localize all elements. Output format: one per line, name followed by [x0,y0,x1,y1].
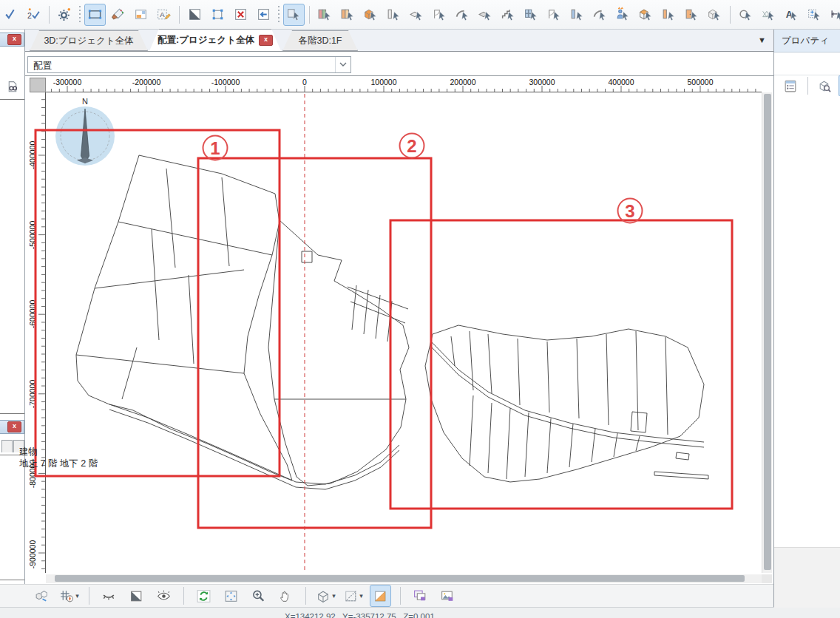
left-panel1-search-icon[interactable] [0,76,24,95]
select-text-icon[interactable]: A [781,4,802,26]
area-boundary-tool[interactable] [84,4,106,26]
clip-fill-button[interactable] [370,585,391,607]
fit-view-button[interactable] [220,585,242,607]
svg-text:400000: 400000 [608,78,634,86]
select-block-icon[interactable] [360,4,382,26]
tab-layout-project[interactable]: 配置:プロジェクト全体 x [149,29,281,51]
deselect-tool[interactable] [230,4,251,26]
select-slab-icon[interactable] [406,4,427,26]
select-person-icon[interactable] [612,4,634,26]
select-curtainwall-icon[interactable] [566,4,588,26]
display-invert-button[interactable] [126,585,147,607]
select-mesh-icon[interactable] [758,4,779,26]
show-button[interactable] [153,585,175,607]
horizontal-scrollbar[interactable] [46,574,762,583]
left-panel2-tab[interactable] [1,440,13,452]
chevron-down-icon[interactable] [335,57,350,72]
reselect-tool[interactable] [253,4,274,26]
apply-check-icon[interactable] [0,4,21,26]
select-solid-icon[interactable] [704,4,725,26]
view-selector-combobox[interactable]: 配置 [27,56,351,73]
svg-text:A: A [160,10,165,18]
toolbar-separator [49,6,50,24]
left-panel2-listbox[interactable] [0,455,25,580]
tab-close-button[interactable]: x [259,35,273,46]
display-mode-button[interactable] [31,585,52,607]
view-selector-value: 配置 [33,60,52,72]
document-search-icon[interactable] [2,76,24,98]
select-wall-icon[interactable] [383,4,404,26]
select-handles-tool[interactable] [207,4,228,26]
select-orange-door-icon[interactable] [681,4,702,26]
svg-text:-300000: -300000 [53,78,82,86]
select-point-icon[interactable] [804,4,825,26]
object-inspect-icon[interactable] [814,75,836,96]
redraw-button[interactable] [193,585,214,607]
toolbar-separator [183,587,184,605]
select-opening-icon[interactable] [543,4,565,26]
left-panel1-listbox[interactable] [0,99,25,414]
left-panel1-close-button[interactable]: x [7,34,21,45]
tab-floor3d-1f[interactable]: 各階3D:1F [282,30,358,51]
status-bar: X=134212.92 Y=-335712.75 Z=0.001 [0,607,840,618]
select-element-tool[interactable] [283,4,305,26]
select-grid-icon[interactable] [521,4,542,26]
clip-outline-button[interactable]: ▾ [342,585,364,607]
svg-text:0: 0 [302,78,307,86]
svg-text:-900000: -900000 [30,540,37,569]
hide-button[interactable] [98,585,120,607]
view-3d-button[interactable]: ▾ [315,585,336,607]
select-arc-wall-icon[interactable] [452,4,473,26]
select-roof-icon[interactable] [635,4,657,26]
tab-3d-project[interactable]: 3D:プロジェクト全体 [30,30,148,51]
select-floor-icon[interactable] [337,4,359,26]
left-panel1-titlebar: x [0,33,24,47]
svg-text:100000: 100000 [370,78,396,86]
tab-label: 配置:プロジェクト全体 [158,34,254,47]
svg-text:500000: 500000 [687,78,713,86]
horizontal-scrollbar-thumb[interactable] [55,575,745,582]
property-list-icon[interactable] [780,75,802,96]
toolbar-separator [79,6,81,24]
building-note-line1: 建物 [19,446,98,458]
view-tab-bar: 3D:プロジェクト全体 配置:プロジェクト全体 x 各階3D:1F ▼ [25,30,773,52]
grid-north-button[interactable]: ▾ [58,585,80,607]
vertical-scrollbar[interactable] [762,92,772,573]
select-region-tool[interactable] [184,4,206,26]
zoom-in-button[interactable] [248,585,269,607]
tab-label: 3D:プロジェクト全体 [44,35,133,47]
panel-divider [24,30,25,608]
bottom-toolbar: ▾▾▾ [0,584,773,607]
vertical-scrollbar-thumb[interactable] [764,94,771,570]
select-orange-wall-icon[interactable] [658,4,680,26]
ruler-corner-box [30,78,46,92]
drawing-area[interactable] [46,92,762,573]
left-panel2-close-button[interactable]: x [7,421,21,432]
select-room-icon[interactable] [314,4,336,26]
material-palette-tool[interactable] [130,4,152,26]
svg-text:2: 2 [27,11,32,20]
select-stair-icon[interactable] [498,4,519,26]
toolbar-separator [179,6,180,24]
paint-tool[interactable] [107,4,129,26]
text-edit-tool[interactable]: A [153,4,175,26]
select-ramp-icon[interactable] [475,4,496,26]
save-image-button[interactable] [437,585,458,607]
select-circle-icon[interactable] [735,4,756,26]
secondary-check-icon[interactable]: 2 [23,4,44,26]
save-view-button[interactable] [410,585,431,607]
tab-label: 各階3D:1F [298,35,342,47]
svg-text:200000: 200000 [450,78,475,86]
select-dimension-icon[interactable] [827,4,840,26]
select-curve-icon[interactable] [589,4,611,26]
toolbar-separator [309,6,310,24]
app-window: { "colors":{"overlay_red":"#e03232","das… [0,0,840,618]
tab-overflow-button[interactable]: ▼ [758,35,766,44]
select-door-icon[interactable] [429,4,450,26]
svg-text:-500000: -500000 [30,221,37,250]
toolbar-separator [305,587,306,605]
settings-gear-icon[interactable] [54,4,75,26]
svg-text:-100000: -100000 [211,78,240,86]
building-note-line2: 地上 7 階 地下 2 階 [19,458,98,469]
pan-button[interactable] [275,585,297,607]
